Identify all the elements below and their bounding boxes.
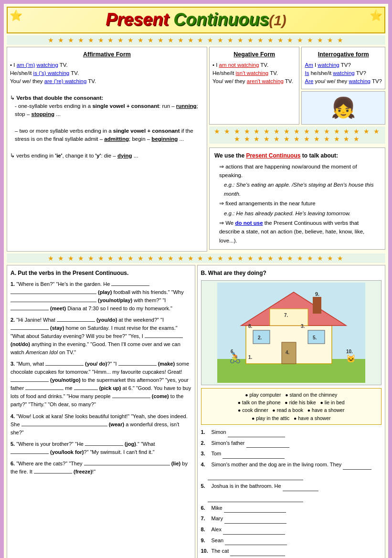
sentence-list: 1. Simon 2. Simon's father 3. Tom 4. Sim… bbox=[201, 428, 382, 556]
interrogative-line3: Are you/ we/ they watching TV? bbox=[305, 77, 382, 85]
interrogative-box: Interrogative form Am I watching TV? Is … bbox=[301, 47, 385, 89]
exercise-a: A. Put the verbs in the Present Continuo… bbox=[7, 265, 195, 558]
list-item: 1. Simon bbox=[201, 428, 382, 437]
svg-text:7.: 7. bbox=[284, 313, 288, 318]
list-item: 3. Tom bbox=[201, 449, 382, 459]
list-item: 7. Mary bbox=[201, 514, 382, 524]
interrogative-line1: Am I watching TV? bbox=[305, 61, 382, 69]
usage-title: We use the Present Continuous to talk ab… bbox=[214, 151, 380, 160]
negative-line1: • I am not watching TV. bbox=[212, 61, 297, 69]
list-item: 5. Joshua is in the bathroom. He bbox=[201, 482, 382, 491]
negative-title: Negative Form bbox=[212, 50, 297, 59]
exercise-a-para6: 6. "Where are the cats?" "They (lie) by … bbox=[11, 460, 191, 476]
svg-text:10.: 10. bbox=[346, 349, 353, 354]
svg-rect-9 bbox=[270, 309, 308, 326]
ie-rule: ↳ verbs ending in 'ie', change it to 'y'… bbox=[10, 152, 204, 160]
star-row-exercises: ★ ★ ★ ★ ★ ★ ★ ★ ★ ★ ★ ★ ★ ★ ★ ★ ★ ★ ★ ★ … bbox=[7, 253, 385, 263]
consonant-rule2: – two or more syllable verbs ending in a… bbox=[15, 127, 204, 144]
affirmative-box: Affirmative Form • I am ('m) watching TV… bbox=[7, 47, 207, 252]
grammar-section: Affirmative Form • I am ('m) watching TV… bbox=[7, 47, 385, 252]
exercise-a-para2: 2. "Hi Janine! What (you/do) at the week… bbox=[11, 316, 191, 357]
list-item: 4. Simon's mother and the dog are in the… bbox=[201, 460, 382, 470]
svg-text:2.: 2. bbox=[258, 335, 262, 340]
list-item: 10. The cat bbox=[201, 547, 382, 556]
title-number: (1) bbox=[269, 12, 286, 28]
negative-box: Negative Form • I am not watching TV. He… bbox=[209, 47, 300, 125]
affirmative-line2: He/she/it is ('s) watching TV. bbox=[10, 69, 204, 77]
negative-line2: He/she/it isn't watching TV. bbox=[212, 69, 297, 77]
title-area: ⭐ ⭐ Present Continuous(1) bbox=[7, 7, 385, 33]
exercise-a-para3: 3. "Mum, what (you/ do)?" "I (make) some… bbox=[11, 360, 191, 409]
list-item: 9. Sean bbox=[201, 536, 382, 546]
word-bank: ● play computer ● stand on the chimney ●… bbox=[201, 388, 382, 425]
svg-text:9.: 9. bbox=[315, 291, 319, 297]
consonant-title: ↳ Verbs that double the consonant: bbox=[10, 94, 204, 102]
negative-line3: You/ we/ they aren't watching TV. bbox=[212, 77, 297, 85]
exercises-row: A. Put the verbs in the Present Continuo… bbox=[7, 265, 385, 558]
interrogative-line2: Is he/she/it watching TV? bbox=[305, 69, 382, 77]
usage-bullet2: ⇒ fixed arrangements in the near future bbox=[219, 199, 380, 208]
title-continuous: Continuous bbox=[173, 10, 269, 29]
list-item: 6. Mike bbox=[201, 504, 382, 513]
consonant-rule1: - one-syllable verbs ending in a single … bbox=[15, 102, 204, 119]
house-illustration: 9. 2. 5. 4. 7. 🚴 bbox=[201, 280, 382, 385]
usage-box: We use the Present Continuous to talk ab… bbox=[209, 147, 385, 250]
right-grammar-panel: Negative Form • I am not watching TV. He… bbox=[209, 47, 385, 252]
usage-bullet1: ⇒ actions that are happening now/around … bbox=[219, 162, 380, 180]
affirmative-line1: • I am ('m) watching TV. bbox=[10, 61, 204, 69]
list-item: 2. Simon's father bbox=[201, 439, 382, 448]
svg-text:5.: 5. bbox=[313, 335, 317, 340]
affirmative-line3: You/ we/ they are ('re) watching TV. bbox=[10, 77, 204, 85]
usage-bullet3: ⇒ We do not use the Present Continuous w… bbox=[219, 219, 380, 245]
affirmative-title: Affirmative Form bbox=[10, 50, 204, 59]
exercise-b-title: B. What are they doing? bbox=[201, 269, 382, 278]
exercise-a-para1: 1. "Where is Ben?" "He's in the garden. … bbox=[11, 280, 191, 313]
house-svg: 9. 2. 5. 4. 7. 🚴 bbox=[217, 283, 365, 383]
exercise-b: B. What are they doing? bbox=[197, 265, 386, 558]
star-row-middle: ★ ★ ★ ★ ★ ★ ★ ★ ★ ★ ★ ★ ★ ★ ★ ★ ★ ★ ★ ★ … bbox=[209, 126, 385, 144]
interrogative-title: Interrogative form bbox=[305, 50, 382, 59]
svg-text:4.: 4. bbox=[286, 350, 290, 355]
usage-example2: e.g.: He has already packed. He's leavin… bbox=[224, 209, 380, 218]
title-present: Present bbox=[106, 10, 173, 29]
svg-text:6.: 6. bbox=[231, 349, 235, 354]
svg-text:8.: 8. bbox=[248, 324, 253, 329]
svg-text:1.: 1. bbox=[248, 355, 253, 360]
exercise-a-para4: 4. "Wow! Look at kara! She looks beautif… bbox=[11, 412, 191, 437]
svg-text:3.: 3. bbox=[301, 324, 305, 329]
girl-decoration: 👧 bbox=[301, 91, 385, 125]
exercise-a-title: A. Put the verbs in the Present Continuo… bbox=[11, 269, 191, 278]
usage-example1: e.g.: She's eating an apple. /She's stay… bbox=[224, 180, 380, 198]
svg-text:🐱: 🐱 bbox=[346, 354, 356, 363]
svg-rect-4 bbox=[313, 297, 321, 314]
star-row-top: ★ ★ ★ ★ ★ ★ ★ ★ ★ ★ ★ ★ ★ ★ ★ ★ ★ ★ ★ ★ … bbox=[7, 35, 385, 45]
list-item: 8. Alex bbox=[201, 525, 382, 535]
exercise-a-para5: 5. "Where is your brother?" "He (jog)." … bbox=[11, 440, 191, 456]
